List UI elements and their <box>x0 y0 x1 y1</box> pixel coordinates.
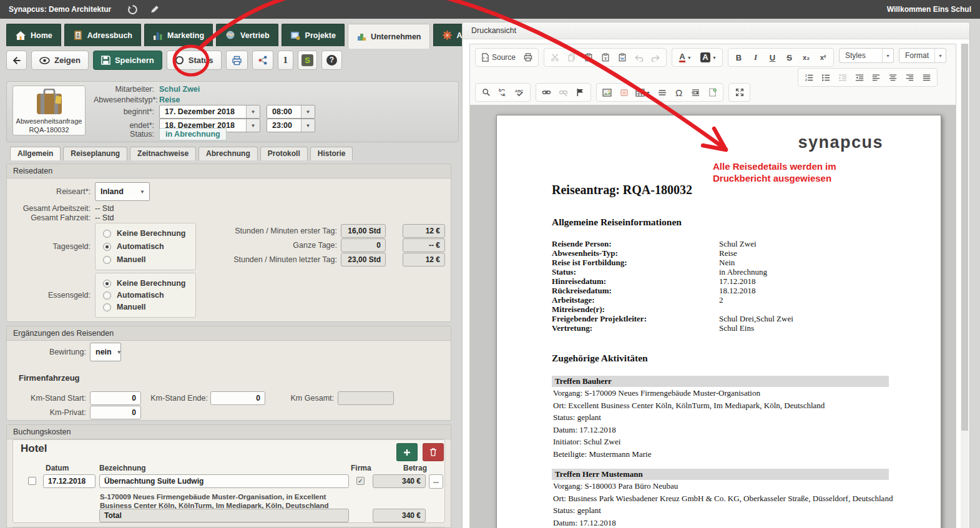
bold-button[interactable]: B <box>731 50 747 65</box>
beginnt-date-select[interactable]: 17. Dezember 2018 ▼ <box>159 105 260 119</box>
km-privat-field[interactable]: 0 <box>90 406 141 419</box>
back-button[interactable] <box>6 51 27 70</box>
radio-automatisch[interactable]: Automatisch <box>103 291 188 300</box>
align-right-icon[interactable] <box>902 70 918 85</box>
radio-keine-berechnung[interactable]: Keine Berechnung <box>103 279 188 288</box>
scrollbar-thumb[interactable] <box>961 44 968 431</box>
letzter-tag-std-field[interactable]: 23,00 Std <box>341 253 386 266</box>
erster-tag-std-field[interactable]: 16,00 Std <box>341 224 386 238</box>
share-button[interactable] <box>252 51 273 70</box>
help-button[interactable]: ? <box>321 51 342 70</box>
radio-automatisch[interactable]: Automatisch <box>103 242 188 251</box>
tab-reiseplanung[interactable]: Reiseplanung <box>63 147 127 160</box>
status-button[interactable]: Status <box>167 51 222 70</box>
spellcheck-icon[interactable]: ABC <box>512 85 527 100</box>
link-icon[interactable] <box>539 85 554 100</box>
row-datum-field[interactable]: 17.12.2018 <box>43 474 96 488</box>
endet-time-select[interactable]: 23:00 ▼ <box>267 119 315 132</box>
speichern-button[interactable]: Speichern <box>93 51 162 70</box>
tab-protokoll[interactable]: Protokoll <box>260 147 308 160</box>
text-color-button[interactable]: A ▼ <box>675 50 696 65</box>
copy-icon[interactable] <box>564 50 579 65</box>
arbeitszeit-value: -- Std <box>95 204 114 213</box>
image-icon[interactable] <box>599 85 615 100</box>
add-row-button[interactable] <box>396 443 418 461</box>
horizontal-rule-icon[interactable] <box>654 85 670 100</box>
editor-content[interactable]: synapcus Alle Reisedetails werden im Dru… <box>470 105 956 528</box>
firma-checkbox[interactable]: ✓ <box>356 477 365 485</box>
tab-allgemein[interactable]: Allgemein <box>10 147 61 160</box>
table-icon[interactable]: ▼ <box>633 85 653 100</box>
replace-icon[interactable]: ba <box>495 85 511 100</box>
more-options-button[interactable]: ... <box>429 474 443 489</box>
info-button[interactable]: 1 <box>278 51 294 70</box>
tab-abrechnung[interactable]: Abrechnung <box>198 147 258 160</box>
bg-color-button[interactable]: A ▼ <box>697 50 720 65</box>
km-ende-field[interactable]: 0 <box>210 391 265 405</box>
erster-tag-eur-field[interactable]: 12 € <box>403 224 445 238</box>
redo-icon[interactable] <box>648 50 664 65</box>
nav-tab-marketing[interactable]: Marketing <box>144 24 213 46</box>
pencil-icon[interactable] <box>149 4 160 15</box>
align-center-icon[interactable] <box>885 70 901 85</box>
maximize-icon[interactable] <box>732 85 747 100</box>
undo-icon[interactable] <box>631 50 647 65</box>
align-left-icon[interactable] <box>868 70 884 85</box>
placeholder-icon[interactable] <box>616 85 632 100</box>
unlink-icon[interactable] <box>556 85 571 100</box>
format-dropdown[interactable]: Format ▼ <box>899 48 946 63</box>
nav-tab-home[interactable]: Home <box>6 24 61 46</box>
nav-tab-adressbuch[interactable]: Adressbuch <box>64 24 141 46</box>
chevron-down-icon: ▼ <box>301 105 315 118</box>
beginnt-time-select[interactable]: 08:00 ▼ <box>267 105 315 119</box>
radio-manuell[interactable]: Manuell <box>103 303 188 311</box>
ganze-tage-eur-field[interactable]: -- € <box>403 238 445 252</box>
record-tile[interactable]: Abwesenheitsanfrage RQA-180032 <box>12 86 86 135</box>
italic-button[interactable]: I <box>748 50 763 65</box>
new-page-icon[interactable] <box>705 85 720 100</box>
strikethrough-button[interactable]: S <box>782 50 797 65</box>
tab-zeitnachweise[interactable]: Zeitnachweise <box>130 147 196 160</box>
history-icon[interactable] <box>127 4 138 15</box>
reiseart-select[interactable]: Inland ▼ <box>95 182 150 201</box>
panel-scrollbar[interactable] <box>961 44 969 528</box>
align-justify-icon[interactable] <box>919 70 934 85</box>
radio-keine-berechnung[interactable]: Keine Berechnung <box>103 229 188 238</box>
synapcus-app-button[interactable]: S <box>298 51 317 70</box>
bullet-list-icon[interactable] <box>818 70 833 85</box>
paste-word-icon[interactable]: W <box>614 50 630 65</box>
km-start-field[interactable]: 0 <box>90 391 141 405</box>
underline-button[interactable]: U <box>765 50 780 65</box>
indent-icon[interactable] <box>851 70 867 85</box>
print-button[interactable] <box>226 51 248 70</box>
mitarbeiter-link[interactable]: Schul Zwei <box>159 85 200 94</box>
cut-icon[interactable] <box>547 50 562 65</box>
numbered-list-icon[interactable]: 12 <box>801 70 816 85</box>
delete-row-button[interactable] <box>423 443 444 461</box>
search-icon[interactable] <box>478 85 494 100</box>
paste-text-icon[interactable]: T <box>597 50 613 65</box>
subscript-button[interactable]: x₂ <box>798 50 814 65</box>
print-preview-icon[interactable] <box>520 50 536 65</box>
outdent-icon[interactable] <box>835 70 850 85</box>
tab-historie[interactable]: Historie <box>310 147 353 160</box>
source-button[interactable]: Source <box>478 50 519 65</box>
row-betrag-field[interactable]: 340 € <box>373 474 426 488</box>
superscript-button[interactable]: x² <box>815 50 831 65</box>
radio-manuell[interactable]: Manuell <box>103 255 188 264</box>
letzter-tag-eur-field[interactable]: 12 € <box>403 253 445 266</box>
nav-tab-projekte[interactable]: Projekte <box>282 24 345 46</box>
nav-tab-unternehmen[interactable]: Unternehmen <box>348 24 430 49</box>
row-bezeichnung-field[interactable]: Übernachtung Suite Ludwig <box>99 474 349 488</box>
paste-icon[interactable] <box>581 50 596 65</box>
page-break-icon[interactable] <box>688 85 703 100</box>
row-select-checkbox[interactable] <box>28 477 36 485</box>
anchor-flag-icon[interactable] <box>572 85 588 100</box>
special-char-button[interactable]: Ω <box>671 85 687 100</box>
ganze-tage-field[interactable]: 0 <box>341 238 386 252</box>
styles-dropdown[interactable]: Styles ▼ <box>839 48 894 63</box>
nav-tab-vertrieb[interactable]: Vertrieb <box>216 24 278 46</box>
zeigen-button[interactable]: Zeigen <box>31 51 89 70</box>
bewirtung-select[interactable]: nein ▼ <box>90 343 121 361</box>
activity-title: Treffen Herr Mustemann <box>552 469 889 480</box>
